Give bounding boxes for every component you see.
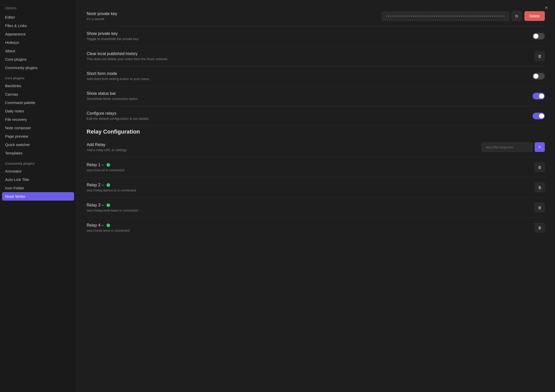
sidebar-item-annotator[interactable]: Annotator bbox=[0, 167, 76, 175]
relay-url-input[interactable] bbox=[482, 142, 533, 152]
configure-relays-desc: Edit the default configuration & see det… bbox=[87, 117, 527, 121]
relay-2-status-dot bbox=[107, 183, 110, 187]
short-form-left: Short form mode Add short form writing b… bbox=[87, 71, 527, 81]
relay-1-title: Relay 1 – bbox=[87, 163, 530, 167]
short-form-desc: Add short form writing button to your me… bbox=[87, 77, 527, 81]
add-relay-controls: + bbox=[482, 142, 545, 152]
configure-relays-row: Configure relays Edit the default config… bbox=[87, 106, 545, 126]
community-plugins-label: Community plugins bbox=[0, 157, 76, 167]
show-private-key-track bbox=[533, 33, 545, 40]
show-private-key-thumb bbox=[533, 34, 538, 39]
show-private-key-desc: Toggle to show/hide the private key. bbox=[87, 37, 527, 41]
trash-icon: 🗑 bbox=[538, 54, 542, 58]
main-content: × Nostr private key It's a secret! ⧉ Del… bbox=[76, 0, 555, 392]
private-key-row: Nostr private key It's a secret! ⧉ Delet… bbox=[87, 6, 545, 26]
delete-relay-3-button[interactable]: 🗑 bbox=[535, 203, 545, 212]
copy-icon: ⧉ bbox=[515, 14, 518, 18]
show-status-bar-title: Show status bar bbox=[87, 91, 527, 96]
short-form-thumb bbox=[533, 74, 538, 79]
relay-1-status-dot bbox=[107, 163, 110, 167]
trash-icon: 🗑 bbox=[538, 165, 542, 169]
trash-icon: 🗑 bbox=[538, 185, 542, 190]
configure-relays-thumb bbox=[539, 113, 544, 119]
relay-3-title: Relay 3 – bbox=[87, 203, 530, 207]
relay-2-title: Relay 2 – bbox=[87, 183, 530, 187]
relay-4-desc: wss://nostr.wine is connected bbox=[87, 229, 530, 232]
sidebar-item-file-recovery[interactable]: File recovery bbox=[0, 115, 76, 124]
show-status-bar-thumb bbox=[539, 94, 544, 99]
delete-relay-2-button[interactable]: 🗑 bbox=[535, 182, 545, 192]
sidebar-item-community-plugins[interactable]: Community plugins bbox=[0, 63, 76, 72]
show-status-bar-toggle[interactable] bbox=[533, 93, 545, 99]
show-status-bar-desc: Show/hide Nostr connection status. bbox=[87, 97, 527, 101]
sidebar-item-editor[interactable]: Editor bbox=[0, 13, 76, 21]
add-icon: + bbox=[538, 144, 541, 150]
show-private-key-title: Show private key bbox=[87, 31, 527, 36]
sidebar-item-daily-notes[interactable]: Daily notes bbox=[0, 107, 76, 115]
show-private-key-row: Show private key Toggle to show/hide the… bbox=[87, 26, 545, 46]
sidebar-item-templates[interactable]: Templates bbox=[0, 149, 76, 157]
private-key-title: Nostr private key bbox=[87, 11, 377, 16]
relay-2-left: Relay 2 – wss://relay.damus.io is connec… bbox=[87, 183, 530, 192]
add-relay-row: Add Relay Add a relay URL to settings + bbox=[87, 137, 545, 157]
configure-relays-toggle[interactable] bbox=[533, 113, 545, 119]
short-form-track bbox=[533, 73, 545, 80]
add-relay-left: Add Relay Add a relay URL to settings bbox=[87, 142, 477, 152]
trash-icon: 🗑 bbox=[538, 205, 542, 210]
add-relay-button[interactable]: + bbox=[535, 142, 545, 152]
show-private-key-toggle[interactable] bbox=[533, 33, 545, 40]
clear-history-row: Clear local published history This does … bbox=[87, 46, 545, 66]
relay-config-heading: Relay Configuration bbox=[87, 128, 545, 135]
relay-1-left: Relay 1 – wss://nos.lol is connected bbox=[87, 163, 530, 172]
clear-history-left: Clear local published history This does … bbox=[87, 51, 530, 61]
core-plugins-label: Core plugins bbox=[0, 72, 76, 82]
short-form-row: Short form mode Add short form writing b… bbox=[87, 66, 545, 86]
sidebar-top-label: Options bbox=[0, 5, 76, 13]
show-status-bar-track bbox=[533, 93, 545, 99]
clear-history-title: Clear local published history bbox=[87, 51, 530, 56]
sidebar: Options Editor Files & Links Appearance … bbox=[0, 0, 76, 392]
delete-relay-1-button[interactable]: 🗑 bbox=[535, 162, 545, 172]
private-key-left: Nostr private key It's a secret! bbox=[87, 11, 377, 21]
short-form-title: Short form mode bbox=[87, 71, 527, 76]
sidebar-item-hotkeys[interactable]: Hotkeys bbox=[0, 38, 76, 47]
sidebar-item-appearance[interactable]: Appearance bbox=[0, 30, 76, 38]
sidebar-item-canvas[interactable]: Canvas bbox=[0, 90, 76, 98]
sidebar-item-note-composer[interactable]: Note composer bbox=[0, 124, 76, 132]
sidebar-item-page-preview[interactable]: Page preview bbox=[0, 132, 76, 140]
relay-4-left: Relay 4 – wss://nostr.wine is connected bbox=[87, 223, 530, 232]
relay-3-row: Relay 3 – wss://relay.nostr.band is conn… bbox=[87, 198, 545, 218]
copy-key-button[interactable]: ⧉ bbox=[512, 11, 522, 21]
relay-4-status-dot bbox=[107, 224, 110, 227]
delete-relay-4-button[interactable]: 🗑 bbox=[535, 223, 545, 232]
close-button[interactable]: × bbox=[542, 4, 550, 12]
show-private-key-left: Show private key Toggle to show/hide the… bbox=[87, 31, 527, 41]
clear-history-button[interactable]: 🗑 bbox=[535, 51, 545, 61]
add-relay-title: Add Relay bbox=[87, 142, 477, 147]
sidebar-item-backlinks[interactable]: Backlinks bbox=[0, 82, 76, 90]
relay-1-row: Relay 1 – wss://nos.lol is connected 🗑 bbox=[87, 157, 545, 177]
sidebar-item-command-palette[interactable]: Command palette bbox=[0, 98, 76, 107]
add-relay-desc: Add a relay URL to settings bbox=[87, 148, 477, 152]
sidebar-item-quick-switcher[interactable]: Quick switcher bbox=[0, 140, 76, 149]
private-key-input[interactable] bbox=[382, 11, 509, 21]
configure-relays-track bbox=[533, 113, 545, 119]
private-key-controls: ⧉ Delete bbox=[382, 11, 545, 21]
relay-3-desc: wss://relay.nostr.band is connected bbox=[87, 208, 530, 212]
relay-2-desc: wss://relay.damus.io is connected bbox=[87, 188, 530, 192]
short-form-toggle[interactable] bbox=[533, 73, 545, 80]
sidebar-item-about[interactable]: About bbox=[0, 47, 76, 55]
relay-4-row: Relay 4 – wss://nostr.wine is connected … bbox=[87, 218, 545, 238]
sidebar-item-icon-folder[interactable]: Icon Folder bbox=[0, 184, 76, 192]
relay-3-status-dot bbox=[107, 203, 110, 207]
sidebar-item-auto-link-title[interactable]: Auto Link Title bbox=[0, 175, 76, 184]
sidebar-item-files-links[interactable]: Files & Links bbox=[0, 21, 76, 30]
relay-2-row: Relay 2 – wss://relay.damus.io is connec… bbox=[87, 177, 545, 198]
show-status-bar-row: Show status bar Show/hide Nostr connecti… bbox=[87, 86, 545, 106]
configure-relays-left: Configure relays Edit the default config… bbox=[87, 111, 527, 121]
delete-key-button[interactable]: Delete bbox=[524, 11, 545, 21]
show-status-bar-left: Show status bar Show/hide Nostr connecti… bbox=[87, 91, 527, 101]
sidebar-item-core-plugins[interactable]: Core plugins bbox=[0, 55, 76, 63]
relay-3-left: Relay 3 – wss://relay.nostr.band is conn… bbox=[87, 203, 530, 212]
sidebar-item-nostr-writer[interactable]: Nostr Writer bbox=[2, 192, 74, 201]
